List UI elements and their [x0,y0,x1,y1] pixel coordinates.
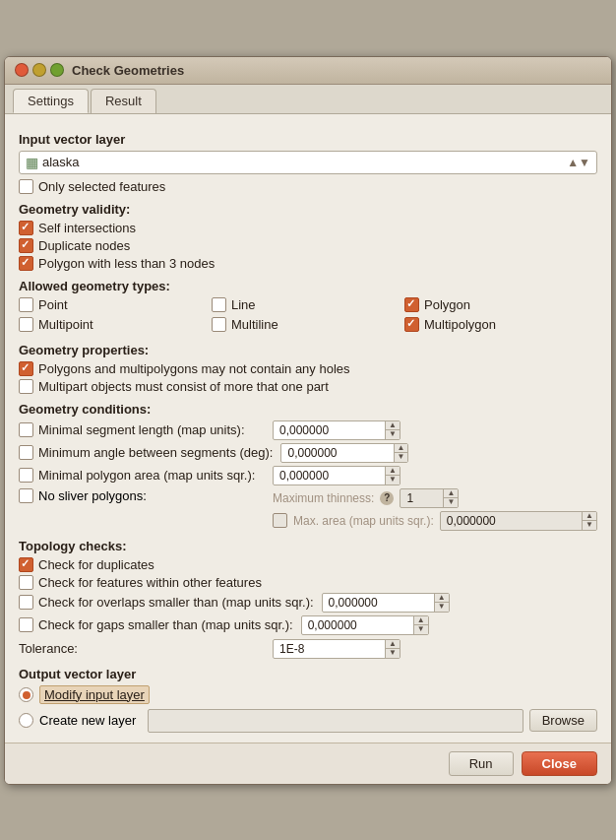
no-sliver-row: No sliver polygons: Maximum thinness: ? … [19,488,597,531]
duplicate-nodes-row: Duplicate nodes [19,238,597,253]
check-features-within-checkbox[interactable] [19,575,33,590]
self-intersections-row: Self intersections [19,221,597,235]
create-new-layer-label: Create new layer [39,713,136,728]
line-checkbox[interactable] [212,297,226,312]
topology-checks-label: Topology checks: [19,539,597,553]
check-overlaps-checkbox[interactable] [19,595,33,610]
allowed-geometry-grid: Point Line Polygon [19,297,597,335]
min-polygon-area-checkbox[interactable] [19,468,33,483]
min-angle-down[interactable]: ▼ [395,453,408,462]
close-window-button[interactable] [15,63,29,77]
only-selected-label[interactable]: Only selected features [19,179,165,194]
modify-input-label: Modify input layer [39,685,150,704]
input-vector-layer-label: Input vector layer [19,132,597,147]
close-button[interactable]: Close [522,751,597,776]
run-button[interactable]: Run [449,751,514,776]
settings-content: Input vector layer ▦ alaska ▲▼ Only sele… [5,114,611,743]
max-area-row: Max. area (map units sqr.): 0,000000 ▲ ▼ [273,511,597,531]
min-segment-down[interactable]: ▼ [386,430,400,439]
max-thinness-down[interactable]: ▼ [444,498,458,507]
line-row: Line [212,297,404,312]
polygon-checkbox[interactable] [404,297,419,312]
min-polygon-area-spinners: ▲ ▼ [385,467,400,485]
dropdown-arrow-icon: ▲▼ [567,156,590,169]
no-holes-checkbox[interactable] [19,361,33,376]
browse-button[interactable]: Browse [529,709,597,732]
conditions-grid: Minimal segment length (map units): 0,00… [19,420,597,531]
self-intersections-checkbox[interactable] [19,221,33,235]
layer-selected-value: alaska [42,155,80,169]
multiline-checkbox[interactable] [212,317,226,332]
max-area-input[interactable]: 0,000000 ▲ ▼ [440,511,597,531]
point-checkbox[interactable] [19,297,33,312]
max-area-down[interactable]: ▼ [583,521,596,530]
vector-layer-row: ▦ alaska ▲▼ [19,151,597,174]
multipart-checkbox[interactable] [19,379,33,394]
polygon-less-3-checkbox[interactable] [19,256,33,271]
max-area-checkbox[interactable] [273,513,287,528]
main-window: Check Geometries Settings Result Input v… [4,56,612,785]
layer-icon: ▦ [26,155,38,170]
min-segment-checkbox[interactable] [19,422,33,437]
output-vector-layer-section: Output vector layer Modify input layer C… [19,667,597,733]
multipart-row: Multipart objects must consist of more t… [19,379,597,394]
allowed-geometry-label: Allowed geometry types: [19,279,597,293]
multipolygon-checkbox[interactable] [404,317,419,332]
min-angle-checkbox[interactable] [19,445,33,460]
max-thinness-spinners: ▲ ▼ [443,489,458,507]
maximize-window-button[interactable] [50,63,64,77]
check-gaps-row: Check for gaps smaller than (map units s… [19,615,597,635]
titlebar: Check Geometries [5,57,611,85]
geometry-conditions-label: Geometry conditions: [19,402,597,417]
create-new-layer-row: Create new layer Browse [19,709,597,733]
tolerance-input[interactable]: 1E-8 ▲ ▼ [273,639,400,659]
min-segment-input[interactable]: 0,000000 ▲ ▼ [273,420,400,440]
multipoint-checkbox[interactable] [19,317,33,332]
min-polygon-area-input[interactable]: 0,000000 ▲ ▼ [273,466,400,485]
check-gaps-input[interactable]: 0,000000 ▲ ▼ [301,615,429,635]
modify-input-row: Modify input layer [19,685,597,704]
tolerance-spinners: ▲ ▼ [385,640,400,658]
multiline-row: Multiline [212,317,404,332]
tolerance-down[interactable]: ▼ [386,649,400,658]
multipolygon-row: Multipolygon [404,317,597,332]
only-selected-checkbox[interactable] [19,179,33,194]
geometry-properties-label: Geometry properties: [19,343,597,357]
check-features-within-row: Check for features within other features [19,575,597,590]
check-overlaps-input[interactable]: 0,000000 ▲ ▼ [322,593,450,613]
min-segment-spinners: ▲ ▼ [385,421,400,439]
tab-settings[interactable]: Settings [13,89,89,113]
no-holes-row: Polygons and multipolygons may not conta… [19,361,597,376]
no-sliver-checkbox[interactable] [19,488,33,503]
min-angle-input[interactable]: 0,000000 ▲ ▼ [280,443,408,463]
min-polygon-area-down[interactable]: ▼ [386,476,400,485]
max-area-spinners: ▲ ▼ [582,512,596,530]
tolerance-row: Tolerance: 1E-8 ▲ ▼ [19,639,597,659]
minimize-window-button[interactable] [32,63,46,77]
min-segment-row: Minimal segment length (map units): 0,00… [19,420,597,440]
create-new-layer-input[interactable] [148,709,523,733]
tab-result[interactable]: Result [91,89,156,113]
check-gaps-checkbox[interactable] [19,617,33,632]
max-thinness-row: Maximum thinness: ? 1 ▲ ▼ [273,488,597,508]
duplicate-nodes-checkbox[interactable] [19,238,33,253]
check-overlaps-down[interactable]: ▼ [435,603,449,612]
min-polygon-area-row: Minimal polygon area (map units sqr.): 0… [19,466,597,485]
window-title: Check Geometries [72,63,184,78]
output-vector-layer-label: Output vector layer [19,667,597,681]
hint-icon: ? [380,491,394,505]
check-duplicates-checkbox[interactable] [19,557,33,572]
max-thinness-input[interactable]: 1 ▲ ▼ [400,488,459,508]
check-gaps-down[interactable]: ▼ [414,625,428,634]
min-angle-spinners: ▲ ▼ [394,444,408,462]
tab-bar: Settings Result [5,85,611,114]
check-overlaps-row: Check for overlaps smaller than (map uni… [19,593,597,613]
modify-input-radio[interactable] [19,687,33,702]
create-new-layer-radio[interactable] [19,713,33,728]
bottom-bar: Run Close [5,743,611,784]
check-gaps-spinners: ▲ ▼ [413,616,428,634]
check-duplicates-row: Check for duplicates [19,557,597,572]
point-row: Point [19,297,212,312]
layer-dropdown[interactable]: ▦ alaska ▲▼ [19,151,597,174]
only-selected-row: Only selected features [19,179,597,194]
